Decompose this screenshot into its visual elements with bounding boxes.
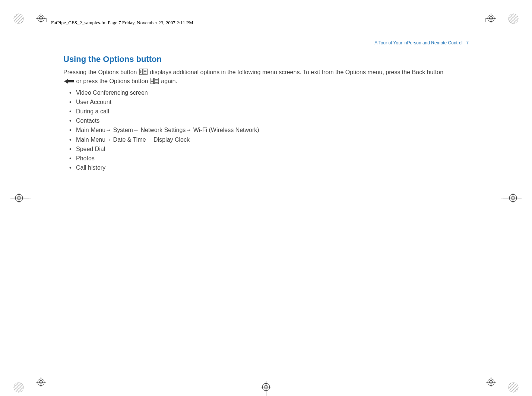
framemaker-label: FatPipe_CES_2_samples.fm Page 7 Friday, …	[49, 18, 196, 26]
section-title: Using the Options button	[63, 54, 469, 64]
registration-cross-top-left	[36, 13, 46, 23]
list-item: Call history	[76, 163, 469, 172]
crop-stub-right	[501, 198, 522, 198]
svg-point-0	[14, 14, 23, 23]
options-button-icon	[139, 68, 148, 77]
page-number: 7	[466, 40, 469, 45]
list-item: Video Conferencing screen	[76, 88, 469, 97]
running-header: A Tour of Your inPerson and Remote Contr…	[63, 40, 469, 45]
list-item: Main Menu→ Date & Time→ Display Clock	[76, 135, 469, 144]
registration-cross-bottom-left	[36, 377, 46, 387]
intro-text-4: again.	[161, 78, 177, 84]
list-item: During a call	[76, 107, 469, 116]
bullet-list: Video Conferencing screen User Account D…	[76, 88, 469, 172]
registration-hatch-top-left	[13, 13, 24, 24]
list-item: Speed Dial	[76, 145, 469, 153]
list-item: Main Menu→ System→ Network Settings→ Wi-…	[76, 126, 469, 134]
registration-cross-bottom-right	[486, 377, 496, 387]
intro-text-2: displays additional options in the follo…	[150, 69, 443, 75]
list-item: User Account	[76, 98, 469, 106]
page-content: A Tour of Your inPerson and Remote Contr…	[63, 40, 469, 173]
back-button-icon	[64, 78, 74, 86]
registration-hatch-bottom-left	[13, 382, 24, 393]
intro-text-1: Pressing the Options button	[63, 69, 139, 75]
svg-point-1	[509, 14, 518, 23]
list-item: Photos	[76, 154, 469, 163]
framemaker-header: FatPipe_CES_2_samples.fm Page 7 Friday, …	[47, 18, 485, 26]
list-item: Contacts	[76, 116, 469, 125]
crop-stub-left	[10, 198, 31, 198]
registration-cross-top-right	[486, 13, 496, 23]
registration-hatch-bottom-right	[508, 382, 519, 393]
svg-point-2	[14, 383, 23, 392]
intro-text-3: or press the Options button	[76, 78, 149, 84]
registration-hatch-top-right	[508, 13, 519, 24]
svg-point-3	[509, 383, 518, 392]
running-header-text: A Tour of Your inPerson and Remote Contr…	[374, 40, 462, 45]
crop-line-top	[30, 14, 502, 14]
section-intro: Pressing the Options button displays add…	[63, 68, 469, 86]
crop-stub-bottom	[266, 381, 266, 396]
options-button-icon-2	[151, 78, 159, 86]
